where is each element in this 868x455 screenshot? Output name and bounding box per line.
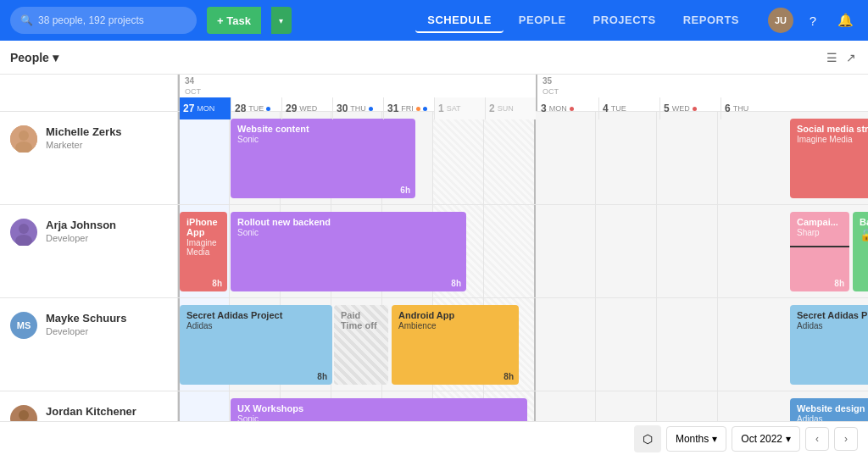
- task-secret-adidas-right[interactable]: Secret Adidas Project Adidas 8h: [790, 305, 868, 385]
- week-header-left: [0, 75, 177, 112]
- task-project: Imagine Media: [797, 135, 868, 144]
- list-view-icon[interactable]: ☰: [825, 49, 839, 66]
- header: 🔍 38 people, 192 projects + Task ▾ SCHED…: [0, 0, 868, 41]
- people-label-text: People: [10, 51, 49, 64]
- task-campaign-sharp[interactable]: Campai... Sharp 8h: [790, 212, 849, 291]
- avatar[interactable]: JU: [768, 8, 793, 33]
- right-grid: 34 OCT 27 MON 28 TUE 29 WED: [178, 75, 868, 455]
- michelle-name: Michelle Zerks: [46, 125, 122, 138]
- header-icons: JU ? 🔔: [768, 8, 858, 33]
- week-headers: 34 OCT 27 MON 28 TUE 29 WED: [178, 75, 868, 112]
- task-secret-adidas-left[interactable]: Secret Adidas Project Adidas 8h: [180, 305, 332, 385]
- subheader: People ▾ ☰ ↗: [0, 41, 868, 75]
- task-name: Website content: [237, 124, 409, 134]
- day-30-thu: 30 THU: [332, 97, 383, 119]
- add-task-button[interactable]: + Task: [207, 7, 261, 34]
- months-chevron: ▾: [712, 433, 717, 445]
- task-backup-servers[interactable]: Backup servers 🔓 16h: [853, 212, 868, 291]
- grid-row-arja: iPhone App Imagine Media 8h Rollout new …: [178, 205, 868, 298]
- arja-name: Arja Johnson: [46, 219, 116, 231]
- grid-row-mayke: Secret Adidas Project Adidas 8h Paid Tim…: [178, 298, 868, 391]
- task-name: Paid Time off: [341, 310, 381, 330]
- oct-label-left: OCT: [180, 87, 536, 97]
- months-label: Months: [676, 433, 709, 445]
- day-29-wed: 29 WED: [281, 97, 332, 119]
- svg-point-7: [19, 410, 29, 420]
- external-link-icon[interactable]: ↗: [844, 49, 858, 66]
- task-name: iPhone App: [186, 217, 220, 237]
- search-bar[interactable]: 🔍 38 people, 192 projects: [10, 7, 197, 34]
- cell-arja-4: [595, 205, 656, 297]
- cell-mayke-5: [656, 298, 717, 391]
- nav-reports[interactable]: REPORTS: [671, 8, 751, 33]
- date-chevron: ▾: [786, 433, 791, 445]
- task-website-content[interactable]: Website content Sonic 6h: [231, 119, 415, 198]
- day-4-tue: 4 TUE: [598, 97, 659, 119]
- task-iphone-app[interactable]: iPhone App Imagine Media 8h: [180, 212, 227, 291]
- nav-people[interactable]: PEOPLE: [507, 8, 578, 33]
- task-name: Campai...: [797, 217, 843, 227]
- day-2-sun: 2 SUN: [485, 97, 536, 119]
- day-28-tue: 28 TUE: [231, 97, 281, 119]
- task-project: Adidas: [186, 321, 326, 330]
- cell-michelle-4: [595, 112, 656, 204]
- cell-arja-3: [534, 205, 595, 297]
- subheader-icons: ☰ ↗: [825, 49, 858, 66]
- grid-row-michelle: Website content Sonic 6h Social media st…: [178, 112, 868, 205]
- task-hours: 8h: [504, 372, 514, 381]
- next-arrow[interactable]: ›: [834, 427, 858, 451]
- nav-items: SCHEDULE PEOPLE PROJECTS REPORTS: [415, 8, 751, 33]
- notification-icon[interactable]: 🔔: [832, 8, 858, 33]
- add-task-dropdown[interactable]: ▾: [271, 7, 292, 34]
- cell-michelle-sat: [432, 112, 483, 204]
- arja-role: Developer: [46, 233, 116, 243]
- cell-arja-5: [656, 205, 717, 297]
- cursor-tool-icon[interactable]: ⬡: [634, 425, 661, 452]
- michelle-info: Michelle Zerks Marketer: [46, 125, 122, 150]
- oct-label-right: OCT: [537, 87, 782, 97]
- day-27-label: MON: [197, 104, 214, 113]
- task-name: UX Workshops: [237, 403, 520, 413]
- day-6-thu: 6 THU: [721, 97, 782, 119]
- task-android-app[interactable]: Android App Ambience 8h: [392, 305, 519, 385]
- date-dropdown[interactable]: Oct 2022 ▾: [732, 426, 800, 452]
- prev-arrow[interactable]: ‹: [805, 427, 829, 451]
- help-icon[interactable]: ?: [800, 8, 826, 33]
- day-27-date: 27: [183, 103, 194, 114]
- mayke-role: Developer: [46, 326, 126, 336]
- week-34-label: 34: [180, 75, 536, 87]
- day-5-wed: 5 WED: [659, 97, 721, 119]
- svg-point-1: [19, 130, 29, 141]
- task-paid-time-off[interactable]: Paid Time off: [334, 305, 388, 385]
- day-31-fri: 31 FRI: [383, 97, 434, 119]
- task-name: Secret Adidas Project: [186, 310, 326, 320]
- task-name: Backup servers: [860, 217, 868, 227]
- cell-arja-sun: [483, 205, 534, 297]
- nav-projects[interactable]: PROJECTS: [581, 8, 668, 33]
- task-project: Ambience: [398, 321, 512, 330]
- cell-michelle-5: [656, 112, 717, 204]
- mayke-avatar: MS: [10, 312, 37, 339]
- task-name: Secret Adidas Project: [797, 310, 868, 320]
- task-name: Android App: [398, 310, 512, 320]
- main-container: Michelle Zerks Marketer Arja Johnson Dev…: [0, 75, 868, 455]
- day-3-mon: 3 MON: [537, 97, 598, 119]
- task-social-media-michelle[interactable]: Social media strategy Imagine Media 6h: [790, 119, 868, 198]
- task-name: Website design: [797, 403, 868, 413]
- arja-avatar: [10, 219, 37, 246]
- day-1-sat: 1 SAT: [434, 97, 485, 119]
- person-row-arja: Arja Johnson Developer: [0, 205, 177, 298]
- cell-michelle-27: [178, 112, 229, 204]
- task-rollout-backend[interactable]: Rollout new backend Sonic 8h: [231, 212, 466, 291]
- task-hours: 8h: [834, 279, 844, 288]
- week-35-label: 35: [537, 75, 782, 87]
- task-hours: 8h: [317, 372, 327, 381]
- months-dropdown[interactable]: Months ▾: [666, 426, 726, 452]
- search-icon: 🔍: [20, 14, 33, 26]
- task-hours: 8h: [451, 279, 461, 288]
- cell-michelle-6: [717, 112, 778, 204]
- nav-schedule[interactable]: SCHEDULE: [415, 8, 504, 33]
- people-filter[interactable]: People ▾: [10, 51, 58, 64]
- people-chevron: ▾: [53, 51, 58, 64]
- cell-michelle-sun: [483, 112, 534, 204]
